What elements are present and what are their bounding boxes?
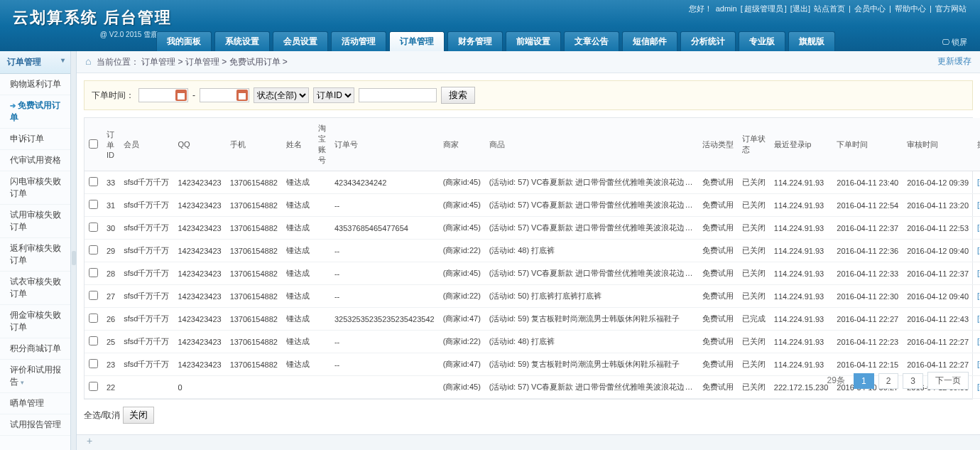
sidebar-item-1[interactable]: 免费试用订单 bbox=[0, 95, 70, 129]
logout-link[interactable]: [退出] bbox=[790, 4, 810, 13]
nav-tab-1[interactable]: 系统设置 bbox=[214, 31, 270, 51]
col-5: 姓名 bbox=[282, 118, 314, 171]
sidebar-item-6[interactable]: 返利审核失败订单 bbox=[0, 238, 70, 272]
nav-tab-3[interactable]: 活动管理 bbox=[331, 31, 386, 51]
official-site-link[interactable]: 官方网站 bbox=[935, 4, 967, 13]
page-next[interactable]: 下一页 bbox=[927, 372, 969, 390]
col-13: 下单时间 bbox=[832, 118, 903, 171]
sidebar-item-9[interactable]: 积分商城订单 bbox=[0, 338, 70, 360]
nav-tab-2[interactable]: 会员设置 bbox=[273, 31, 328, 51]
table-row: 27sfsd千万千万142342342313706154882锺达成--(商家i… bbox=[85, 285, 980, 308]
breadcrumb: 当前位置： 订单管理 > 订单管理 > 免费试用订单 > 更新缓存 bbox=[77, 51, 980, 73]
crumb-2[interactable]: 订单管理 bbox=[185, 57, 219, 67]
logo-title-2: 后台管理 bbox=[104, 9, 172, 26]
row-check[interactable] bbox=[89, 291, 98, 300]
view-detail-link[interactable]: [查看详情] bbox=[977, 360, 980, 368]
view-detail-link[interactable]: [查看详情] bbox=[977, 314, 980, 323]
help-center-link[interactable]: 帮助中心 bbox=[895, 4, 926, 13]
bulk-bar: 全选/取消 关闭 bbox=[84, 407, 973, 424]
bulk-close-button[interactable]: 关闭 bbox=[123, 407, 154, 424]
table-wrap: 订单ID会员QQ手机姓名淘宝账号订单号商家商品活动类型订单状态最近登录ip下单时… bbox=[84, 117, 973, 400]
member-center-link[interactable]: 会员中心 bbox=[854, 4, 886, 13]
nav-tab-4[interactable]: 订单管理 bbox=[389, 31, 445, 51]
col-12: 最近登录ip bbox=[770, 118, 832, 171]
view-detail-link[interactable]: [查看详情] bbox=[977, 246, 980, 255]
view-detail-link[interactable]: [查看详情] bbox=[977, 223, 980, 232]
table-row: 25sfsd千万千万142342342313706154882锺达成--(商家i… bbox=[85, 331, 980, 353]
sidebar-item-3[interactable]: 代审试用资格 bbox=[0, 150, 70, 171]
nav-tab-5[interactable]: 财务管理 bbox=[447, 31, 503, 51]
row-check[interactable] bbox=[89, 268, 98, 277]
refresh-cache[interactable]: 更新缓存 bbox=[937, 55, 971, 68]
site-home-link[interactable]: 站点首页 bbox=[814, 4, 845, 13]
row-check[interactable] bbox=[89, 223, 98, 232]
col-1: 订单ID bbox=[102, 118, 119, 171]
nav-tab-8[interactable]: 短信邮件 bbox=[622, 31, 677, 51]
nav-tab-7[interactable]: 文章公告 bbox=[564, 31, 619, 51]
crumb-3[interactable]: 免费试用订单 bbox=[229, 57, 281, 67]
role-link[interactable]: 超级管理员 bbox=[744, 4, 783, 13]
status-select[interactable]: 状态(全部) bbox=[254, 87, 309, 103]
logo: 云划算系统 后台管理 @ V2.0 2015 雪鹿网络 bbox=[13, 7, 172, 40]
pager-total: 29条 bbox=[827, 375, 849, 387]
order-table: 订单ID会员QQ手机姓名淘宝账号订单号商家商品活动类型订单状态最近登录ip下单时… bbox=[85, 118, 980, 399]
id-select[interactable]: 订单ID bbox=[313, 87, 354, 103]
sidebar-collapse[interactable] bbox=[71, 51, 77, 450]
nav-tab-6[interactable]: 前端设置 bbox=[506, 31, 561, 51]
view-detail-link[interactable]: [查看详情] bbox=[977, 382, 980, 391]
nav-tab-9[interactable]: 分析统计 bbox=[680, 31, 736, 51]
bottom-strip: + bbox=[77, 434, 980, 450]
sidebar-item-0[interactable]: 购物返利订单 bbox=[0, 74, 70, 95]
row-check[interactable] bbox=[89, 359, 98, 368]
sidebar-item-8[interactable]: 佣金审核失败订单 bbox=[0, 305, 70, 338]
view-detail-link[interactable]: [查看详情] bbox=[977, 178, 980, 186]
row-check[interactable] bbox=[89, 382, 98, 391]
view-detail-link[interactable]: [查看详情] bbox=[977, 291, 980, 300]
table-row: 33sfsd千万千万142342342313706154882锺达成423434… bbox=[85, 171, 980, 194]
main-area: 当前位置： 订单管理 > 订单管理 > 免费试用订单 > 更新缓存 下单时间： … bbox=[77, 51, 980, 450]
logo-title-1: 云划算系统 bbox=[13, 9, 98, 26]
col-14: 审核时间 bbox=[903, 118, 973, 171]
nav-tab-10[interactable]: 专业版 bbox=[739, 31, 785, 51]
sidebar-head[interactable]: 订单管理 bbox=[0, 51, 70, 74]
table-row: 30sfsd千万千万142342342313706154882锺达成435376… bbox=[85, 217, 980, 240]
sidebar-item-7[interactable]: 试衣审核失败订单 bbox=[0, 272, 70, 305]
table-row: 29sfsd千万千万142342342313706154882锺达成--(商家i… bbox=[85, 240, 980, 262]
sidebar-item-2[interactable]: 申诉订单 bbox=[0, 129, 70, 150]
sidebar-item-10[interactable]: 评价和试用报告 bbox=[0, 360, 70, 393]
sidebar: 订单管理 购物返利订单免费试用订单申诉订单代审试用资格闪电审核失败订单试用审核失… bbox=[0, 51, 71, 450]
calendar-icon[interactable] bbox=[236, 90, 248, 101]
row-check[interactable] bbox=[89, 200, 98, 209]
view-detail-link[interactable]: [查看详情] bbox=[977, 337, 980, 345]
check-all[interactable] bbox=[89, 139, 98, 149]
view-detail-link[interactable]: [查看详情] bbox=[977, 269, 980, 277]
table-row: 26sfsd千万千万142342342313706154882锺达成325325… bbox=[85, 308, 980, 331]
row-check[interactable] bbox=[89, 245, 98, 255]
page-1[interactable]: 1 bbox=[854, 373, 874, 389]
row-check[interactable] bbox=[89, 336, 98, 345]
calendar-icon[interactable] bbox=[175, 90, 187, 101]
nav-tab-0[interactable]: 我的面板 bbox=[156, 31, 212, 51]
col-15: 操作 bbox=[973, 118, 980, 171]
row-check[interactable] bbox=[89, 314, 98, 323]
select-all-label[interactable]: 全选/取消 bbox=[84, 410, 120, 420]
search-button[interactable]: 搜索 bbox=[441, 87, 475, 104]
col-11: 订单状态 bbox=[738, 118, 770, 171]
col-9: 商品 bbox=[485, 118, 698, 171]
sidebar-item-5[interactable]: 试用审核失败订单 bbox=[0, 205, 70, 238]
row-check[interactable] bbox=[89, 177, 98, 186]
crumb-1[interactable]: 订单管理 bbox=[141, 57, 175, 67]
sidebar-item-12[interactable]: 试用报告管理 bbox=[0, 414, 70, 436]
view-detail-link[interactable]: [查看详情] bbox=[977, 200, 980, 209]
sidebar-item-11[interactable]: 晒单管理 bbox=[0, 393, 70, 414]
sidebar-item-4[interactable]: 闪电审核失败订单 bbox=[0, 171, 70, 205]
lock-screen[interactable]: 锁屏 bbox=[942, 37, 967, 48]
home-icon bbox=[85, 57, 94, 67]
pager: 29条123下一页 bbox=[827, 372, 969, 390]
user-link[interactable]: admin bbox=[716, 4, 737, 13]
page-2[interactable]: 2 bbox=[878, 373, 899, 389]
keyword-input[interactable] bbox=[359, 88, 437, 102]
nav-tab-11[interactable]: 旗舰版 bbox=[788, 31, 835, 51]
logo-sub: @ V2.0 2015 雪鹿网络 bbox=[13, 30, 172, 40]
page-3[interactable]: 3 bbox=[903, 373, 923, 389]
